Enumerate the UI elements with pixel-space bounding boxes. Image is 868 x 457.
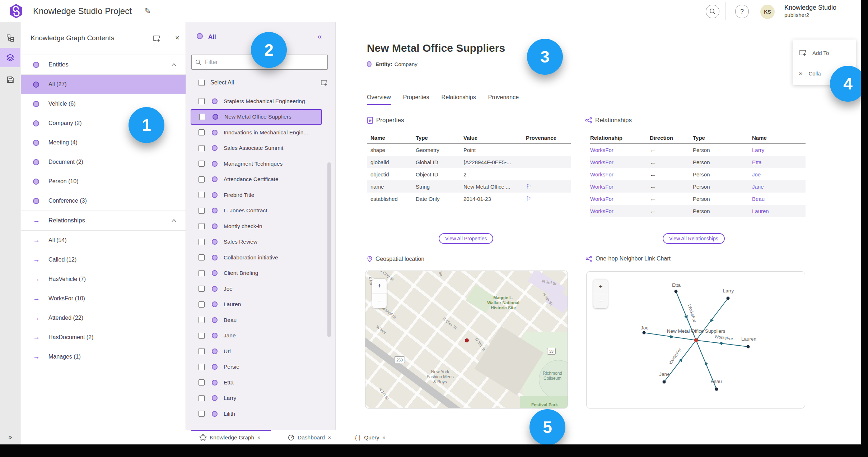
list-item[interactable]: Staplers Mechanical Engineering xyxy=(186,93,336,109)
table-row[interactable]: establishedDate Only2014-01-23⚐ xyxy=(367,193,571,205)
help-button[interactable]: ? xyxy=(735,5,749,18)
list-item[interactable]: Managment Techniques xyxy=(186,156,336,172)
item-checkbox[interactable] xyxy=(199,270,205,276)
entity-filter-conference[interactable]: Conference (3) xyxy=(21,191,186,211)
search-button[interactable] xyxy=(706,5,719,18)
entity-filter-document[interactable]: Document (2) xyxy=(21,152,186,172)
tab-dashboard[interactable]: Dashboard × xyxy=(288,430,331,444)
item-checkbox[interactable] xyxy=(199,333,205,339)
table-row[interactable]: objectidObject ID2 xyxy=(367,168,571,180)
graph-node[interactable] xyxy=(643,331,646,334)
add-to-new-button[interactable] xyxy=(321,79,327,86)
relationship-filter-all[interactable]: →All (54) xyxy=(21,231,186,250)
close-tab-icon[interactable]: × xyxy=(257,435,260,440)
list-item[interactable]: Sales Review xyxy=(186,234,336,250)
list-item[interactable]: Beau xyxy=(186,312,336,328)
item-checkbox[interactable] xyxy=(199,98,205,104)
rail-expand-button[interactable]: » xyxy=(0,433,20,441)
avatar[interactable]: KS xyxy=(760,5,775,19)
view-all-relationships-button[interactable]: View All Relationships xyxy=(663,233,725,244)
center-graph-node[interactable] xyxy=(694,338,698,342)
tab-properties[interactable]: Properties xyxy=(403,94,429,105)
item-checkbox[interactable] xyxy=(199,395,205,401)
list-item[interactable]: Collaboration initiative xyxy=(186,250,336,266)
table-row[interactable]: globalidGlobal ID{A228944F-0EF5-... xyxy=(367,156,571,168)
list-item[interactable]: Client Briefing xyxy=(186,266,336,281)
relationship-filter-called[interactable]: →Called (12) xyxy=(21,250,186,269)
item-checkbox[interactable] xyxy=(199,129,205,135)
view-all-properties-button[interactable]: View All Properties xyxy=(439,233,493,244)
list-item[interactable]: Persie xyxy=(186,359,336,375)
item-checkbox[interactable] xyxy=(199,317,205,323)
rail-item-save[interactable] xyxy=(0,70,20,89)
table-row[interactable]: WorksFor←PersonEtta xyxy=(590,156,806,168)
list-item-selected[interactable]: New Metal Office Suppliers xyxy=(191,109,322,125)
list-item[interactable]: Firebird Title xyxy=(186,187,336,203)
item-checkbox[interactable] xyxy=(199,364,205,370)
relationship-filter-hasdocument[interactable]: →HasDocument (2) xyxy=(21,328,186,347)
collapse-panel-button[interactable]: « xyxy=(318,32,322,41)
table-row[interactable]: WorksFor←PersonLarry xyxy=(590,144,806,156)
list-item[interactable]: Uri xyxy=(186,343,336,359)
item-checkbox[interactable] xyxy=(199,286,205,292)
relationship-filter-attended[interactable]: →Attended (22) xyxy=(21,308,186,328)
entities-section-header[interactable]: Entities xyxy=(21,55,186,75)
table-row[interactable]: WorksFor←PersonBeau xyxy=(590,193,806,205)
table-row[interactable]: WorksFor←PersonLauren xyxy=(590,205,806,217)
item-checkbox[interactable] xyxy=(199,223,205,229)
graph-node[interactable] xyxy=(663,380,666,384)
entity-filter-all[interactable]: All (27) xyxy=(21,75,186,94)
account-info[interactable]: Knowledge Studio publisher2 xyxy=(784,4,836,18)
tab-overview[interactable]: Overview xyxy=(367,94,391,105)
scrollbar[interactable] xyxy=(327,162,331,337)
geospatial-map[interactable]: k Rd W Clay St Sa N 3rd St Maggie L. Wal… xyxy=(365,271,568,408)
entity-filter-vehicle[interactable]: Vehicle (6) xyxy=(21,94,186,114)
relationship-filter-worksfor[interactable]: →WorksFor (10) xyxy=(21,289,186,308)
tab-knowledge-graph[interactable]: Knowledge Graph × xyxy=(200,430,260,444)
close-tab-icon[interactable]: × xyxy=(382,435,385,440)
item-checkbox[interactable] xyxy=(199,348,205,354)
tab-relationships[interactable]: Relationships xyxy=(442,94,476,105)
item-checkbox[interactable] xyxy=(199,114,205,120)
link-chart[interactable]: WorksFor WorksFor WorksFor Etta Larry J xyxy=(586,271,805,408)
relationship-filter-hasvehicle[interactable]: →HasVehicle (7) xyxy=(21,269,186,289)
zoom-out-button[interactable]: − xyxy=(593,294,608,309)
close-panel-button[interactable]: × xyxy=(175,34,179,42)
entity-filter-meeting[interactable]: Meeting (4) xyxy=(21,133,186,152)
list-item[interactable]: Lauren xyxy=(186,297,336,313)
tab-query[interactable]: { } Query × xyxy=(355,430,386,444)
zoom-in-button[interactable]: + xyxy=(372,279,387,294)
rail-item-schema[interactable] xyxy=(0,28,20,48)
relationship-filter-manages[interactable]: →Manages (1) xyxy=(21,347,186,366)
tab-provenance[interactable]: Provenance xyxy=(488,94,519,105)
provenance-flag-icon[interactable]: ⚐ xyxy=(526,195,574,203)
graph-node[interactable] xyxy=(747,345,750,348)
entity-filter-person[interactable]: Person (10) xyxy=(21,172,186,191)
list-item[interactable]: Attendance Certificate xyxy=(186,172,336,188)
graph-node[interactable] xyxy=(727,297,730,300)
list-item[interactable]: Lilith xyxy=(186,406,336,422)
table-row[interactable]: WorksFor←PersonJoe xyxy=(590,168,806,180)
table-row[interactable]: nameStringNew Metal Office ...⚐ xyxy=(367,180,571,193)
item-checkbox[interactable] xyxy=(199,145,205,151)
item-checkbox[interactable] xyxy=(199,208,205,214)
item-checkbox[interactable] xyxy=(199,301,205,308)
table-row[interactable]: WorksFor←PersonJane xyxy=(590,180,806,193)
list-item[interactable]: L. Jones Contract xyxy=(186,203,336,219)
item-checkbox[interactable] xyxy=(199,161,205,167)
item-checkbox[interactable] xyxy=(199,411,205,417)
select-all-checkbox[interactable] xyxy=(199,80,205,86)
list-item[interactable]: Larry xyxy=(186,391,336,406)
table-row[interactable]: shapeGeometryPoint xyxy=(367,144,571,156)
add-to-menu-item[interactable]: Add To xyxy=(793,43,856,63)
graph-node[interactable] xyxy=(675,290,678,293)
list-item[interactable]: Jane xyxy=(186,328,336,344)
item-checkbox[interactable] xyxy=(199,254,205,260)
item-checkbox[interactable] xyxy=(199,379,205,386)
item-checkbox[interactable] xyxy=(199,239,205,245)
close-tab-icon[interactable]: × xyxy=(328,435,331,440)
list-item[interactable]: Montly check-in xyxy=(186,218,336,234)
graph-node[interactable] xyxy=(715,388,718,391)
provenance-flag-icon[interactable]: ⚐ xyxy=(526,183,574,190)
edit-title-icon[interactable]: ✎ xyxy=(144,6,151,16)
